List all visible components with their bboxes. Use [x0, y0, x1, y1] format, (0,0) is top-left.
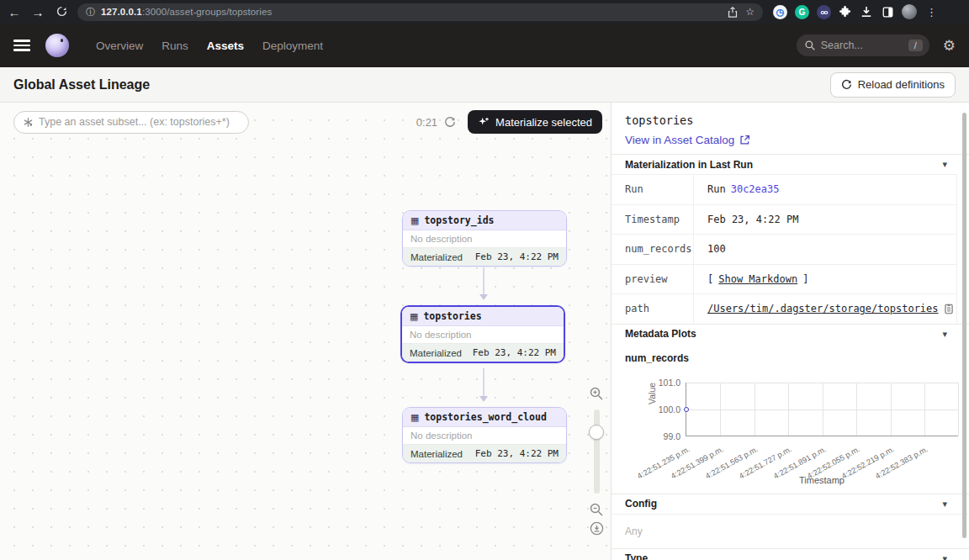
- settings-gear-icon[interactable]: ⚙: [943, 37, 956, 55]
- asset-selector-icon: [23, 117, 34, 128]
- clock-extension-icon[interactable]: ◷: [773, 5, 787, 19]
- path-link[interactable]: /Users/tim/.dagster/storage/topstories: [707, 303, 939, 314]
- page-title: Global Asset Lineage: [13, 77, 150, 92]
- materialize-selected-button[interactable]: Materialize selected: [468, 110, 602, 134]
- bookmark-star-icon[interactable]: ☆: [745, 6, 755, 18]
- zoom-in-icon[interactable]: [587, 384, 606, 403]
- grammarly-extension-icon[interactable]: G: [795, 5, 809, 19]
- app-navbar: Overview Runs Assets Deployment Search..…: [0, 24, 969, 67]
- reload-definitions-button[interactable]: Reload definitions: [830, 72, 956, 98]
- browser-back-icon[interactable]: ←: [7, 5, 22, 19]
- table-icon: ▦: [410, 216, 419, 225]
- selected-asset-title: topstories: [625, 114, 956, 127]
- nav-item-runs[interactable]: Runs: [162, 40, 188, 52]
- table-row-path: path /Users/tim/.dagster/storage/topstor…: [612, 293, 956, 324]
- nav-item-deployment[interactable]: Deployment: [262, 40, 323, 52]
- zoom-slider-handle[interactable]: [589, 425, 604, 440]
- browser-reload-icon[interactable]: [54, 5, 69, 19]
- extensions-puzzle-icon[interactable]: [839, 5, 852, 18]
- asset-name: topstory_ids: [424, 214, 494, 226]
- asset-timestamp: Feb 23, 4:22 PM: [473, 347, 556, 358]
- browser-toolbar: ← → ⓘ 127.0.0.1:3000/asset-groups/topsto…: [0, 0, 969, 24]
- zoom-out-icon[interactable]: [587, 500, 606, 519]
- edge-arrow: [483, 368, 484, 400]
- asset-node-topstories[interactable]: ▦topstories No description MaterializedF…: [400, 305, 565, 363]
- page-header: Global Asset Lineage Reload definitions: [0, 67, 969, 103]
- asset-subset-input[interactable]: [39, 116, 240, 128]
- y-axis-label: Value: [647, 382, 657, 404]
- asset-timestamp: Feb 23, 4:22 PM: [475, 251, 559, 262]
- asset-description: No description: [402, 326, 564, 344]
- type-section-header[interactable]: Type ▾: [612, 548, 969, 560]
- external-link-icon: [739, 135, 750, 145]
- asset-node-topstories-word-cloud[interactable]: ▦topstories_word_cloud No description Ma…: [402, 407, 567, 463]
- metadata-plot: num_records 101.0 100.0 99.0 Value: [612, 344, 969, 487]
- hamburger-menu-icon[interactable]: [13, 40, 30, 51]
- search-shortcut-badge: /: [908, 40, 923, 51]
- refresh-icon[interactable]: [444, 116, 456, 128]
- asset-name: topstories: [423, 310, 481, 322]
- config-section-header[interactable]: Config ▾: [612, 494, 969, 514]
- extensions-row: ◷ G oo ⋮: [773, 4, 937, 19]
- plot-area: [686, 383, 958, 436]
- asset-subset-filter[interactable]: [13, 111, 249, 134]
- nav-item-assets[interactable]: Assets: [207, 40, 244, 52]
- dagster-logo[interactable]: [45, 34, 69, 57]
- chevron-down-icon: ▾: [942, 159, 947, 170]
- browser-forward-icon[interactable]: →: [30, 5, 45, 19]
- chevron-down-icon: ▾: [942, 329, 947, 340]
- asset-timestamp: Feb 23, 4:22 PM: [475, 448, 559, 459]
- panel-scrollbar[interactable]: [962, 113, 966, 538]
- search-placeholder: Search...: [821, 40, 903, 51]
- show-markdown-link[interactable]: Show Markdown: [718, 273, 797, 285]
- data-point[interactable]: [684, 407, 689, 412]
- url-text: 127.0.0.1:3000/asset-groups/topstories: [101, 7, 272, 17]
- asset-status: Materialized: [410, 252, 463, 262]
- sparkle-icon: [478, 116, 490, 128]
- run-id-link[interactable]: 30c2ea35: [731, 183, 780, 195]
- plot-title: num_records: [612, 349, 969, 366]
- nav-links: Overview Runs Assets Deployment: [96, 40, 323, 52]
- reload-icon: [841, 79, 852, 90]
- chevron-down-icon: ▾: [942, 553, 947, 560]
- share-icon[interactable]: [726, 5, 739, 18]
- goggles-extension-icon[interactable]: oo: [817, 5, 831, 19]
- view-in-asset-catalog-link[interactable]: View in Asset Catalog: [625, 134, 750, 146]
- table-icon: ▦: [410, 312, 418, 321]
- asset-description: No description: [403, 427, 566, 445]
- config-value: Any: [612, 514, 969, 548]
- table-row-preview: preview [Show Markdown]: [612, 264, 956, 294]
- global-search-input[interactable]: Search... /: [797, 34, 929, 56]
- num-records-chart: 101.0 100.0 99.0 Value 4:22:5: [617, 367, 964, 487]
- downloads-icon[interactable]: [860, 5, 873, 18]
- nav-item-overview[interactable]: Overview: [96, 40, 143, 52]
- asset-status: Materialized: [410, 348, 462, 358]
- metadata-plots-section-header[interactable]: Metadata Plots ▾: [612, 324, 969, 344]
- asset-name: topstories_word_cloud: [424, 411, 546, 423]
- asset-status: Materialized: [410, 449, 463, 459]
- search-icon: [805, 40, 815, 50]
- table-icon: ▦: [410, 413, 419, 422]
- asset-description: No description: [403, 230, 566, 248]
- y-tick: 99.0: [640, 431, 680, 441]
- refresh-timer: 0:21: [416, 116, 437, 129]
- materialization-table: Run Run 30c2ea35 Timestamp Feb 23, 4:22 …: [612, 174, 957, 324]
- table-row-run: Run Run 30c2ea35: [612, 174, 956, 204]
- asset-graph-canvas[interactable]: 0:21 Materialize selected ▦topstory_ids …: [0, 103, 611, 560]
- chevron-down-icon: ▾: [942, 499, 947, 510]
- asset-node-topstory-ids[interactable]: ▦topstory_ids No description Materialize…: [402, 210, 567, 267]
- side-panel-icon[interactable]: [881, 5, 894, 18]
- x-tick: 4:22:51.235 p.m.: [626, 445, 691, 486]
- copy-to-clipboard-icon[interactable]: [944, 304, 954, 314]
- fit-view-icon[interactable]: [587, 519, 606, 537]
- url-bar[interactable]: ⓘ 127.0.0.1:3000/asset-groups/topstories…: [77, 3, 763, 21]
- zoom-slider[interactable]: [594, 409, 600, 494]
- browser-menu-icon[interactable]: ⋮: [926, 6, 937, 18]
- browser-profile-avatar[interactable]: [902, 4, 917, 19]
- y-tick: 100.0: [640, 404, 680, 415]
- x-axis-label: Timestamp: [686, 475, 958, 485]
- asset-details-panel: topstories View in Asset Catalog Materia…: [611, 103, 969, 560]
- materialization-section-header[interactable]: Materialization in Last Run ▾: [612, 154, 969, 174]
- site-info-icon[interactable]: ⓘ: [86, 6, 95, 18]
- edge-arrow: [483, 267, 484, 298]
